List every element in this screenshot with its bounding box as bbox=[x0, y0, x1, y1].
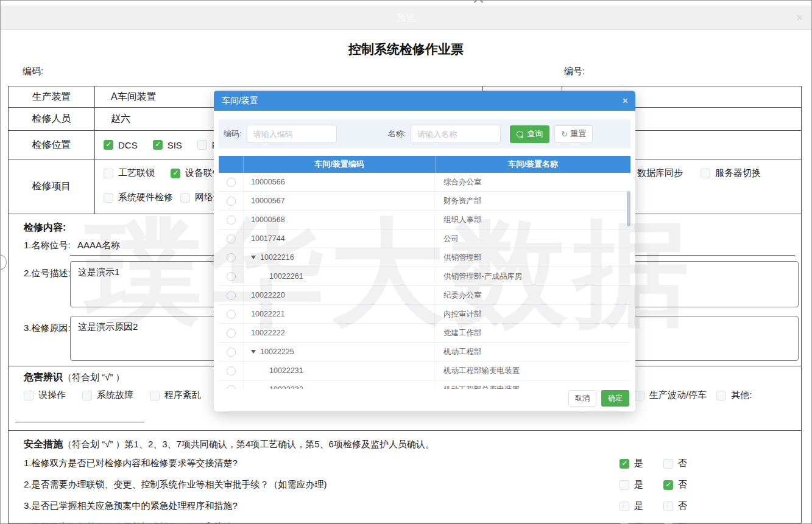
radio-button[interactable] bbox=[227, 197, 236, 206]
checkbox-icon[interactable] bbox=[197, 140, 207, 150]
checkbox-checked-icon[interactable] bbox=[620, 459, 629, 469]
name-cell: 综合办公室 bbox=[435, 173, 630, 191]
checkbox-icon[interactable] bbox=[663, 501, 673, 511]
checkbox-icon[interactable] bbox=[104, 193, 113, 203]
radio-button[interactable] bbox=[227, 348, 236, 357]
number-label: 编号: bbox=[564, 66, 585, 77]
filter-code-label: 编码: bbox=[224, 128, 242, 139]
tree-expand-icon[interactable] bbox=[251, 256, 256, 259]
checkbox-checked-icon[interactable] bbox=[104, 140, 113, 150]
checkbox-icon[interactable] bbox=[663, 459, 673, 469]
no-checkbox[interactable]: 否 bbox=[663, 458, 687, 469]
scrollbar-thumb[interactable] bbox=[627, 191, 630, 226]
dialog-title: 车间/装置 bbox=[222, 96, 258, 105]
table-row[interactable]: 10022231机动工程部输变电装置 bbox=[219, 362, 630, 380]
table-row[interactable]: 10022222党建工作部 bbox=[219, 324, 630, 343]
yes-no-group: 是否 bbox=[620, 500, 687, 512]
name-cell: 党建工作部 bbox=[435, 324, 630, 342]
radio-button[interactable] bbox=[227, 310, 236, 319]
radio-button[interactable] bbox=[227, 178, 236, 187]
checkbox-icon[interactable] bbox=[701, 169, 710, 178]
radio-button[interactable] bbox=[227, 385, 236, 390]
checkbox-icon[interactable] bbox=[150, 391, 160, 400]
checkbox-option[interactable]: 工艺联锁 bbox=[104, 167, 155, 179]
name-text: 公司 bbox=[443, 234, 459, 244]
filter-code-input[interactable] bbox=[247, 125, 337, 143]
no-checkbox[interactable]: 否 bbox=[663, 479, 687, 491]
checkbox-option[interactable]: 服务器切换 bbox=[701, 167, 761, 179]
name-text: 党建工作部 bbox=[443, 328, 482, 338]
no-checkbox[interactable]: 否 bbox=[663, 500, 687, 512]
checkbox-option[interactable]: 生产波动/停车 bbox=[635, 390, 707, 401]
table-row[interactable]: 10022216供销管理部 bbox=[219, 248, 630, 267]
radio-cell bbox=[219, 380, 244, 389]
table-row[interactable]: 10022220纪委办公室 bbox=[219, 286, 630, 305]
table-row[interactable]: 10022232机动工程部总变电装置 bbox=[219, 380, 630, 389]
checkbox-option[interactable]: SIS bbox=[153, 140, 182, 150]
checkbox-option[interactable]: 其他: bbox=[716, 390, 752, 401]
checkbox-label: SIS bbox=[168, 140, 182, 150]
name-column-header: 车间/装置名称 bbox=[436, 156, 630, 173]
filter-name-input[interactable] bbox=[411, 125, 501, 143]
table-row[interactable]: 10022261供销管理部-产成品库房 bbox=[219, 267, 630, 286]
checkbox-option[interactable]: 系统故障 bbox=[82, 390, 133, 401]
checkbox-option[interactable]: 程序紊乱 bbox=[150, 390, 201, 401]
table-row[interactable]: 10017744公司 bbox=[219, 229, 630, 248]
checkbox-icon[interactable] bbox=[82, 391, 92, 400]
window-close-icon[interactable]: × bbox=[796, 5, 803, 29]
checkbox-icon[interactable] bbox=[620, 501, 629, 511]
table-row[interactable]: 10000567财务资产部 bbox=[219, 192, 630, 211]
row-label: 生产装置 bbox=[9, 86, 95, 107]
no-checkbox[interactable]: 否 bbox=[663, 522, 687, 524]
table-row[interactable]: 10000566综合办公室 bbox=[219, 173, 630, 192]
checkbox-icon[interactable] bbox=[180, 193, 190, 203]
checkbox-label: 是 bbox=[634, 500, 643, 512]
checkbox-icon[interactable] bbox=[620, 480, 629, 490]
yes-checkbox[interactable]: 是 bbox=[620, 522, 643, 524]
search-button[interactable]: 查询 bbox=[510, 125, 549, 143]
checkbox-label: DCS bbox=[118, 140, 138, 150]
radio-button[interactable] bbox=[227, 366, 236, 376]
checkbox-label: 程序紊乱 bbox=[164, 390, 201, 401]
section-safety-measures: 安全措施（符合划 “√” ）第1、2、3、7项共同确认，第4项工艺确认，第5、6… bbox=[9, 431, 801, 524]
radio-button[interactable] bbox=[227, 329, 236, 338]
yes-checkbox[interactable]: 是 bbox=[620, 500, 643, 512]
radio-button[interactable] bbox=[227, 215, 236, 225]
table-row[interactable]: 10022221内控审计部 bbox=[219, 305, 630, 324]
name-cell: 公司 bbox=[435, 229, 630, 248]
maintenance-reason-label: 3.检修原因: bbox=[24, 323, 71, 334]
hazard-options-right: 生产波动/停车其他: bbox=[635, 390, 752, 401]
checkbox-option[interactable]: 系统硬件检修 bbox=[104, 192, 173, 203]
code-text: 10022216 bbox=[260, 253, 294, 262]
checkbox-icon[interactable] bbox=[24, 391, 34, 400]
table-row[interactable]: 10022225机动工程部 bbox=[219, 343, 630, 362]
table-body: 10000566综合办公室10000567财务资产部10000568组织人事部1… bbox=[219, 173, 630, 389]
question-text: 2.是否需要办理联锁、变更、控制系统作业等相关审批手续？（如需应办理) bbox=[24, 479, 327, 489]
radio-button[interactable] bbox=[227, 272, 236, 281]
safety-question-row: 1.检修双方是否已对检修内容和检修要求等交接清楚?是否 bbox=[24, 458, 789, 470]
checkbox-option[interactable]: 误操作 bbox=[24, 390, 66, 401]
reset-button[interactable]: ↻重置 bbox=[554, 125, 593, 143]
confirm-button[interactable]: 确定 bbox=[601, 390, 629, 407]
checkbox-icon[interactable] bbox=[635, 391, 644, 400]
checkbox-checked-icon[interactable] bbox=[171, 169, 180, 178]
radio-button[interactable] bbox=[227, 291, 236, 300]
code-cell: 10000566 bbox=[244, 173, 435, 191]
checkbox-checked-icon[interactable] bbox=[663, 480, 673, 490]
yes-checkbox[interactable]: 是 bbox=[620, 479, 643, 491]
table-row[interactable]: 10000568组织人事部 bbox=[219, 211, 630, 229]
yes-no-group: 是否 bbox=[620, 522, 687, 524]
cancel-button[interactable]: 取消 bbox=[568, 390, 596, 407]
yes-checkbox[interactable]: 是 bbox=[620, 458, 643, 469]
tree-expand-icon[interactable] bbox=[251, 350, 256, 354]
checkbox-checked-icon[interactable] bbox=[153, 140, 163, 150]
radio-button[interactable] bbox=[227, 234, 236, 243]
name-text: 机动工程部输变电装置 bbox=[443, 366, 520, 376]
dialog-close-icon[interactable]: × bbox=[623, 91, 628, 111]
checkbox-icon[interactable] bbox=[716, 391, 726, 400]
radio-button[interactable] bbox=[227, 253, 236, 262]
drawer-handle[interactable] bbox=[0, 255, 7, 270]
name-text: 内控审计部 bbox=[443, 309, 482, 320]
checkbox-icon[interactable] bbox=[104, 169, 113, 178]
checkbox-option[interactable]: DCS bbox=[104, 140, 138, 150]
